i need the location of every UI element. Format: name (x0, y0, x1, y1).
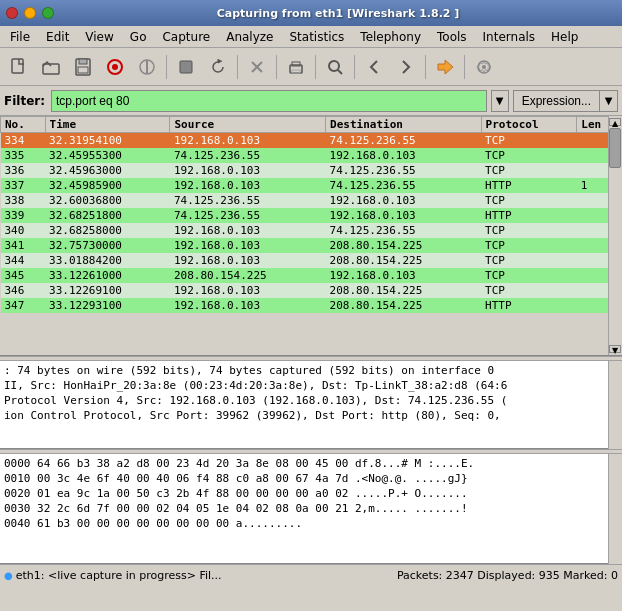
open-file-button[interactable] (36, 52, 66, 82)
cell-time: 33.01884200 (45, 253, 170, 268)
filter-apply-dropdown[interactable]: ▼ (491, 90, 509, 112)
window-title: Capturing from eth1 [Wireshark 1.8.2 ] (60, 7, 616, 20)
cell-no: 339 (1, 208, 46, 223)
cell-source: 74.125.236.55 (170, 148, 326, 163)
menu-go[interactable]: Go (122, 28, 155, 46)
forward-button[interactable] (391, 52, 421, 82)
cell-time: 33.12261000 (45, 268, 170, 283)
svg-point-6 (112, 64, 118, 70)
maximize-traffic-light[interactable] (42, 7, 54, 19)
menu-capture[interactable]: Capture (154, 28, 218, 46)
menu-tools[interactable]: Tools (429, 28, 475, 46)
cell-protocol: TCP (481, 148, 577, 163)
save-button[interactable] (68, 52, 98, 82)
cell-no: 334 (1, 133, 46, 149)
cell-destination: 208.80.154.225 (326, 298, 482, 313)
table-row[interactable]: 34032.68258000192.168.0.10374.125.236.55… (1, 223, 622, 238)
col-destination: Destination (326, 117, 482, 133)
table-row[interactable]: 33432.31954100192.168.0.10374.125.236.55… (1, 133, 622, 149)
expression-dropdown[interactable]: ▼ (600, 90, 618, 112)
cell-time: 32.68258000 (45, 223, 170, 238)
cell-source: 208.80.154.225 (170, 268, 326, 283)
cell-time: 32.45955300 (45, 148, 170, 163)
minimize-traffic-light[interactable] (24, 7, 36, 19)
menu-telephony[interactable]: Telephony (352, 28, 429, 46)
table-row[interactable]: 33932.6825180074.125.236.55192.168.0.103… (1, 208, 622, 223)
table-row[interactable]: 34433.01884200192.168.0.103208.80.154.22… (1, 253, 622, 268)
hex-line-2: 0020 01 ea 9c 1a 00 50 c3 2b 4f 88 00 00… (4, 486, 618, 501)
preferences-button[interactable] (469, 52, 499, 82)
toolbar-separator-4 (315, 55, 316, 79)
detail-pane-scrollbar[interactable] (608, 361, 622, 449)
status-left-text: eth1: <live capture in progress> Fil... (16, 569, 222, 582)
table-row[interactable]: 33632.45963000192.168.0.10374.125.236.55… (1, 163, 622, 178)
stop-button[interactable] (171, 52, 201, 82)
cell-time: 32.75730000 (45, 238, 170, 253)
goto-button[interactable] (430, 52, 460, 82)
col-protocol: Protocol (481, 117, 577, 133)
table-row[interactable]: 34132.75730000192.168.0.103208.80.154.22… (1, 238, 622, 253)
svg-rect-4 (78, 67, 88, 73)
cell-time: 32.45985900 (45, 178, 170, 193)
cell-no: 338 (1, 193, 46, 208)
menu-analyze[interactable]: Analyze (218, 28, 281, 46)
cell-destination: 208.80.154.225 (326, 238, 482, 253)
table-row[interactable]: 33532.4595530074.125.236.55192.168.0.103… (1, 148, 622, 163)
cell-source: 192.168.0.103 (170, 163, 326, 178)
packet-list-container: No. Time Source Destination Protocol Len… (0, 116, 622, 356)
packet-list-scrollbar[interactable]: ▲ ▼ (608, 116, 622, 355)
cell-destination: 192.168.0.103 (326, 193, 482, 208)
hex-line-3: 0030 32 2c 6d 7f 00 00 02 04 05 1e 04 02… (4, 501, 618, 516)
scrollbar-thumb[interactable] (609, 128, 621, 168)
cell-destination: 74.125.236.55 (326, 133, 482, 149)
menu-file[interactable]: File (2, 28, 38, 46)
table-row[interactable]: 33732.45985900192.168.0.10374.125.236.55… (1, 178, 622, 193)
table-row[interactable]: 33832.6003680074.125.236.55192.168.0.103… (1, 193, 622, 208)
table-row[interactable]: 34533.12261000208.80.154.225192.168.0.10… (1, 268, 622, 283)
hex-pane: 0000 64 66 b3 38 a2 d8 00 23 4d 20 3a 8e… (0, 454, 622, 564)
find-button[interactable] (320, 52, 350, 82)
cell-protocol: HTTP (481, 208, 577, 223)
back-button[interactable] (359, 52, 389, 82)
svg-line-16 (338, 70, 342, 74)
svg-rect-9 (180, 61, 192, 73)
cell-source: 192.168.0.103 (170, 283, 326, 298)
filter-label: Filter: (4, 94, 45, 108)
capture-options-button[interactable] (100, 52, 130, 82)
menu-edit[interactable]: Edit (38, 28, 77, 46)
filter-input[interactable] (56, 94, 482, 108)
scrollbar-down-arrow[interactable]: ▼ (609, 345, 621, 353)
status-right-text: Packets: 2347 Displayed: 935 Marked: 0 (397, 569, 618, 582)
expression-button[interactable]: Expression... (513, 90, 600, 112)
print-button[interactable] (281, 52, 311, 82)
close-file-button[interactable] (242, 52, 272, 82)
table-row[interactable]: 34633.12269100192.168.0.103208.80.154.22… (1, 283, 622, 298)
table-row[interactable]: 34733.12293100192.168.0.103208.80.154.22… (1, 298, 622, 313)
restart-button[interactable] (203, 52, 233, 82)
hex-pane-wrapper: 0000 64 66 b3 38 a2 d8 00 23 4d 20 3a 8e… (0, 454, 622, 564)
filter-bar: Filter: ▼ Expression... ▼ (0, 86, 622, 116)
cell-destination: 74.125.236.55 (326, 178, 482, 193)
new-file-button[interactable] (4, 52, 34, 82)
svg-point-18 (482, 65, 486, 69)
menu-help[interactable]: Help (543, 28, 586, 46)
hex-pane-scrollbar[interactable] (608, 454, 622, 564)
cell-time: 32.60036800 (45, 193, 170, 208)
cell-no: 340 (1, 223, 46, 238)
menu-bar: File Edit View Go Capture Analyze Statis… (0, 26, 622, 48)
menu-internals[interactable]: Internals (475, 28, 544, 46)
close-traffic-light[interactable] (6, 7, 18, 19)
packet-list-body: 33432.31954100192.168.0.10374.125.236.55… (1, 133, 622, 314)
cell-protocol: TCP (481, 283, 577, 298)
cell-destination: 74.125.236.55 (326, 223, 482, 238)
menu-statistics[interactable]: Statistics (281, 28, 352, 46)
status-left: ● eth1: <live capture in progress> Fil..… (4, 569, 393, 582)
menu-view[interactable]: View (77, 28, 121, 46)
scrollbar-up-arrow[interactable]: ▲ (609, 118, 621, 126)
capture-start-button[interactable] (132, 52, 162, 82)
cell-source: 192.168.0.103 (170, 223, 326, 238)
svg-rect-0 (12, 59, 23, 73)
hex-line-1: 0010 00 3c 4e 6f 40 00 40 06 f4 88 c0 a8… (4, 471, 618, 486)
svg-rect-14 (292, 70, 300, 73)
hex-line-0: 0000 64 66 b3 38 a2 d8 00 23 4d 20 3a 8e… (4, 456, 618, 471)
